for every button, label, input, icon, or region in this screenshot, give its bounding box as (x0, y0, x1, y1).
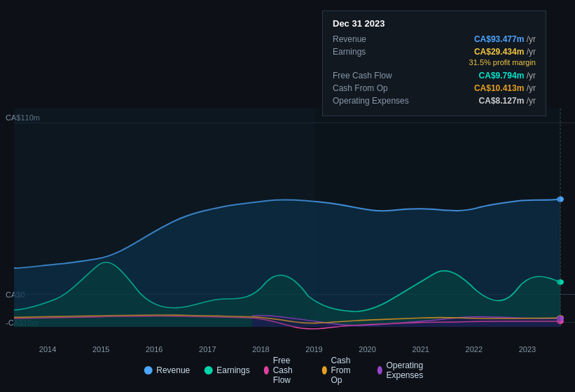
legend-item-cashfromop[interactable]: Cash From Op (321, 356, 363, 385)
x-axis: 2014 2015 2016 2017 2018 2019 2020 2021 … (0, 345, 575, 354)
tooltip-date: Dec 31 2023 (333, 18, 536, 29)
legend-dot-cashfromop (321, 366, 326, 374)
tooltip-value-revenue: CA$93.477m /yr (474, 34, 536, 44)
tooltip-row-earnings: Earnings CA$29.434m /yr (333, 47, 536, 57)
tooltip-label-fcf: Free Cash Flow (333, 71, 424, 80)
x-label-2020: 2020 (359, 345, 375, 354)
legend-dot-opex (377, 366, 382, 374)
tooltip-label-cashfromop: Cash From Op (333, 83, 424, 93)
legend-label-cashfromop: Cash From Op (331, 356, 363, 385)
tooltip-value-fcf: CA$9.794m /yr (479, 71, 536, 80)
x-label-2018: 2018 (252, 345, 269, 354)
chart-svg (0, 108, 575, 332)
legend-label-fcf: Free Cash Flow (273, 356, 308, 385)
legend-item-revenue[interactable]: Revenue (144, 365, 190, 375)
tooltip: Dec 31 2023 Revenue CA$93.477m /yr Earni… (322, 10, 546, 116)
tooltip-margin-value: 31.5% profit margin (469, 58, 536, 66)
tooltip-row-cashfromop: Cash From Op CA$10.413m /yr (333, 83, 536, 93)
chart-container: Dec 31 2023 Revenue CA$93.477m /yr Earni… (0, 0, 575, 392)
legend: Revenue Earnings Free Cash Flow Cash Fro… (144, 356, 431, 385)
x-label-2022: 2022 (466, 345, 483, 354)
tooltip-row-opex: Operating Expenses CA$8.127m /yr (333, 96, 536, 106)
legend-item-opex[interactable]: Operating Expenses (377, 360, 431, 380)
bg-shade-right (315, 108, 560, 327)
x-label-2014: 2014 (39, 345, 56, 354)
tooltip-row-fcf: Free Cash Flow CA$9.794m /yr (333, 71, 536, 80)
legend-dot-earnings (204, 366, 212, 374)
x-label-2017: 2017 (199, 345, 216, 354)
tooltip-value-earnings: CA$29.434m /yr (474, 47, 536, 57)
tooltip-label-revenue: Revenue (333, 34, 424, 44)
x-label-2015: 2015 (92, 345, 109, 354)
x-label-2023: 2023 (519, 345, 536, 354)
x-label-2016: 2016 (146, 345, 162, 354)
legend-item-earnings[interactable]: Earnings (204, 365, 249, 375)
legend-label-earnings: Earnings (216, 365, 249, 375)
tooltip-value-cashfromop: CA$10.413m /yr (474, 83, 536, 93)
x-label-2021: 2021 (412, 345, 429, 354)
legend-dot-revenue (144, 366, 152, 374)
tooltip-row-revenue: Revenue CA$93.477m /yr (333, 34, 536, 44)
bg-shade-left (14, 108, 315, 327)
legend-dot-fcf (264, 366, 269, 374)
legend-label-opex: Operating Expenses (386, 360, 431, 380)
tooltip-label-opex: Operating Expenses (333, 96, 424, 106)
legend-label-revenue: Revenue (156, 365, 190, 375)
legend-item-fcf[interactable]: Free Cash Flow (264, 356, 308, 385)
tooltip-row-earnings-margin: 31.5% profit margin (333, 58, 536, 66)
tooltip-label-earnings: Earnings (333, 47, 424, 57)
x-label-2019: 2019 (305, 345, 322, 354)
tooltip-value-opex: CA$8.127m /yr (479, 96, 536, 106)
